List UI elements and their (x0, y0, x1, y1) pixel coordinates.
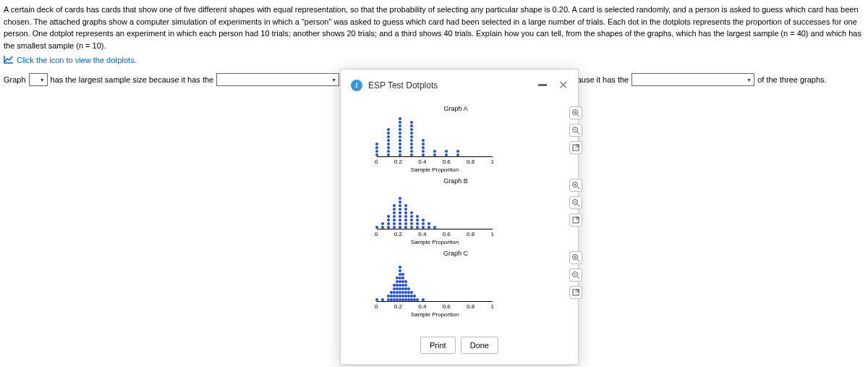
link-text: Click the icon to view the dotplots. (17, 56, 137, 64)
modal-title: ESP Test Dotplots (368, 80, 532, 90)
graph-select-1[interactable] (29, 73, 48, 86)
dotplot-modal: i ESP Test Dotplots ✕ Graph A 00.20.40.6… (340, 69, 579, 90)
reason-select-1[interactable] (216, 73, 339, 86)
info-icon: i (351, 80, 362, 90)
reason-select-2[interactable] (631, 73, 754, 86)
dotplot-link[interactable]: Click the icon to view the dotplots. (4, 54, 864, 66)
answer-text-1: Graph (4, 75, 26, 84)
answer-text-5: of the three graphs. (757, 75, 826, 84)
minimize-button[interactable] (538, 84, 547, 86)
chart-icon (4, 54, 14, 66)
close-button[interactable]: ✕ (558, 78, 568, 90)
question-text: A certain deck of cards has cards that s… (4, 4, 864, 51)
modal-header: i ESP Test Dotplots ✕ (341, 69, 578, 90)
answer-text-2: has the largest sample size because it h… (51, 75, 214, 84)
